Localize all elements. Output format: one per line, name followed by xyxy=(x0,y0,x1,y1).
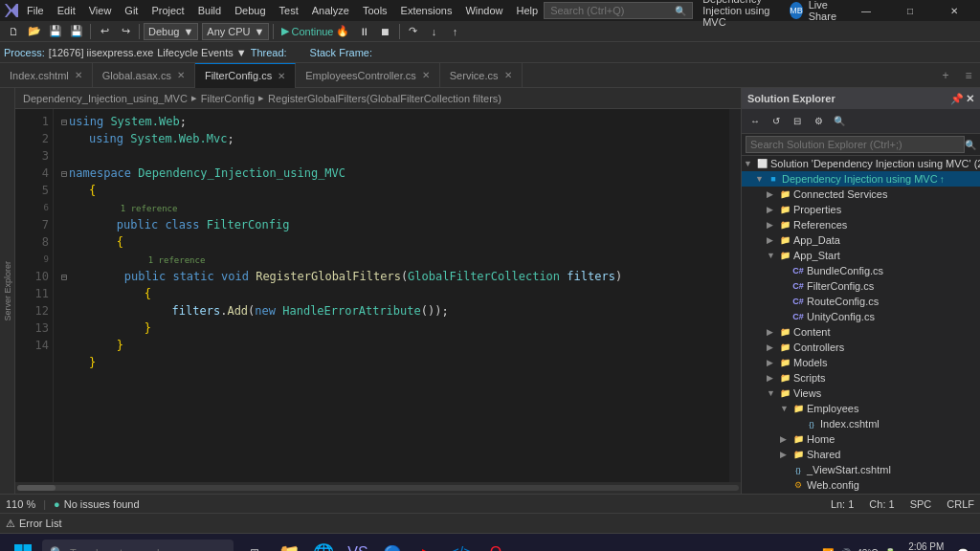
lifecycle-dropdown[interactable]: Lifecycle Events ▼ xyxy=(157,47,246,58)
pinned-explorer[interactable]: 📁 xyxy=(272,536,306,551)
new-project-btn[interactable]: 🗋 xyxy=(4,23,23,40)
save-all-btn[interactable]: 💾 xyxy=(67,23,86,40)
pinned-chrome[interactable]: 🔵 xyxy=(375,536,410,551)
menu-edit[interactable]: Edit xyxy=(52,3,81,18)
avatar[interactable]: MB xyxy=(790,2,803,19)
tree-models[interactable]: ▶ 📁 Models xyxy=(742,355,980,370)
tree-unity-config[interactable]: C# UnityConfig.cs xyxy=(742,309,980,324)
new-tab-button[interactable]: + xyxy=(934,63,957,88)
se-tree[interactable]: ▼ ⬜ Solution 'Dependency Injection using… xyxy=(742,156,980,494)
tree-viewstart[interactable]: {} _ViewStart.cshtml xyxy=(742,462,980,477)
tree-solution[interactable]: ▼ ⬜ Solution 'Dependency Injection using… xyxy=(742,156,980,171)
menu-git[interactable]: Git xyxy=(119,3,144,18)
close-button[interactable]: ✕ xyxy=(932,0,976,21)
maximize-button[interactable]: □ xyxy=(888,0,932,21)
se-close-btn[interactable]: ✕ xyxy=(966,93,974,105)
tree-views[interactable]: ▼ 📁 Views xyxy=(742,386,980,401)
se-search[interactable]: 🔍 xyxy=(742,134,980,156)
collapse-btn-10[interactable]: ⊟ xyxy=(61,269,67,286)
tree-connected-services[interactable]: ▶ 📁 Connected Services xyxy=(742,187,980,202)
collapse-btn-1[interactable]: ⊟ xyxy=(61,114,67,131)
task-view-btn[interactable]: ⊞ xyxy=(237,536,272,551)
editor-content[interactable]: 1 2 3 4 5 6 7 8 9 10 11 12 13 14 xyxy=(15,109,741,482)
tree-controllers[interactable]: ▶ 📁 Controllers xyxy=(742,340,980,355)
se-sync-btn[interactable]: ↔ xyxy=(746,112,765,131)
collapse-btn-4[interactable]: ⊟ xyxy=(61,165,67,183)
pinned-vscode[interactable]: </> xyxy=(444,536,479,551)
tab-index-cshtml[interactable]: Index.cshtml ✕ xyxy=(0,63,93,88)
server-explorer-panel[interactable]: Server Explorer xyxy=(0,88,15,494)
tab-filterconfig[interactable]: FilterConfig.cs ✕ xyxy=(195,63,296,88)
tree-employees-folder[interactable]: ▼ 📁 Employees xyxy=(742,401,980,416)
menu-analyze[interactable]: Analyze xyxy=(306,3,355,18)
tree-app-data[interactable]: ▶ 📁 App_Data xyxy=(742,232,980,248)
tab-close-icon[interactable]: ✕ xyxy=(75,70,82,80)
taskbar-search[interactable]: 🔍 xyxy=(42,540,234,551)
se-search-input[interactable] xyxy=(746,136,965,153)
pinned-edge[interactable]: 🌐 xyxy=(306,536,341,551)
menu-help[interactable]: Help xyxy=(511,3,545,18)
notifications-icon[interactable]: 💬 xyxy=(957,548,969,552)
menu-window[interactable]: Window xyxy=(459,3,508,18)
menu-tools[interactable]: Tools xyxy=(357,3,393,18)
global-search-input[interactable] xyxy=(550,5,675,16)
tab-overflow-button[interactable]: ≡ xyxy=(957,63,980,88)
menu-view[interactable]: View xyxy=(83,3,118,18)
minimize-button[interactable]: — xyxy=(844,0,888,21)
step-over-btn[interactable]: ↷ xyxy=(404,23,423,40)
scroll-thumb[interactable] xyxy=(17,485,56,491)
redo-btn[interactable]: ↪ xyxy=(116,23,135,40)
tree-webconfig-views[interactable]: ⚙ Web.config xyxy=(742,477,980,493)
se-collapse-btn[interactable]: ⊟ xyxy=(788,112,807,131)
tree-project[interactable]: ▼ ■ Dependency Injection using MVC ↑ xyxy=(742,171,980,187)
error-list-bar[interactable]: ⚠ Error List xyxy=(0,513,980,534)
tab-close-icon[interactable]: ✕ xyxy=(177,70,185,80)
se-filter-btn[interactable]: 🔍 xyxy=(830,112,849,131)
menu-test[interactable]: Test xyxy=(274,3,304,18)
tree-content[interactable]: ▶ 📁 Content xyxy=(742,324,980,340)
pinned-opera[interactable]: O xyxy=(479,536,513,551)
menu-build[interactable]: Build xyxy=(192,3,227,18)
menu-extensions[interactable]: Extensions xyxy=(395,3,458,18)
tree-scripts[interactable]: ▶ 📁 Scripts xyxy=(742,370,980,386)
tree-app-start[interactable]: ▼ 📁 App_Start xyxy=(742,248,980,263)
tab-close-icon[interactable]: ✕ xyxy=(504,70,512,80)
menu-debug[interactable]: Debug xyxy=(229,3,271,18)
se-settings-btn[interactable]: ⚙ xyxy=(809,112,828,131)
tab-global-asax[interactable]: Global.asax.cs ✕ xyxy=(93,63,195,88)
menu-project[interactable]: Project xyxy=(145,3,189,18)
undo-btn[interactable]: ↩ xyxy=(95,23,114,40)
step-into-btn[interactable]: ↓ xyxy=(425,23,444,40)
clock[interactable]: 2:06 PM 6/15/2022 xyxy=(902,540,952,551)
open-btn[interactable]: 📂 xyxy=(25,23,44,40)
tree-bundle-config[interactable]: C# BundleConfig.cs xyxy=(742,263,980,278)
stop-btn[interactable]: ⏹ xyxy=(376,23,395,40)
tab-close-icon[interactable]: ✕ xyxy=(278,71,285,81)
tree-references[interactable]: ▶ 📁 References xyxy=(742,217,980,232)
debug-config-dropdown[interactable]: Debug ▼ xyxy=(144,23,198,40)
save-btn[interactable]: 💾 xyxy=(46,23,65,40)
code-text-area[interactable]: ⊟ using System.Web ; using System.Web.Mv… xyxy=(54,109,729,482)
editor-hscroll[interactable] xyxy=(15,482,741,494)
se-pin-btn[interactable]: 📌 xyxy=(950,93,964,105)
tree-shared-folder[interactable]: ▶ 📁 Shared xyxy=(742,447,980,462)
tree-properties[interactable]: ▶ 📁 Properties xyxy=(742,202,980,217)
tab-close-icon[interactable]: ✕ xyxy=(422,70,430,80)
tree-filter-config[interactable]: C# FilterConfig.cs xyxy=(742,278,980,294)
pinned-youtube[interactable]: ▶ xyxy=(410,536,444,551)
taskbar-search-input[interactable] xyxy=(70,547,213,551)
start-button[interactable] xyxy=(4,534,42,551)
global-search[interactable]: 🔍 xyxy=(544,2,693,19)
se-refresh-btn[interactable]: ↺ xyxy=(767,112,786,131)
pinned-vs[interactable]: VS xyxy=(341,536,375,551)
step-out-btn[interactable]: ↑ xyxy=(446,23,465,40)
tree-route-config[interactable]: C# RouteConfig.cs xyxy=(742,294,980,309)
run-button[interactable]: ▶ Continue 🔥 xyxy=(278,25,352,37)
pause-btn[interactable]: ⏸ xyxy=(355,23,374,40)
code-editor[interactable]: Dependency_Injection_using_MVC ▸ FilterC… xyxy=(15,88,741,494)
live-share-button[interactable]: Live Share xyxy=(809,0,836,22)
menu-file[interactable]: File xyxy=(21,3,50,18)
tree-index-cshtml[interactable]: {} Index.cshtml xyxy=(742,416,980,431)
tab-service[interactable]: Service.cs ✕ xyxy=(440,63,523,88)
platform-dropdown[interactable]: Any CPU ▼ xyxy=(202,23,269,40)
